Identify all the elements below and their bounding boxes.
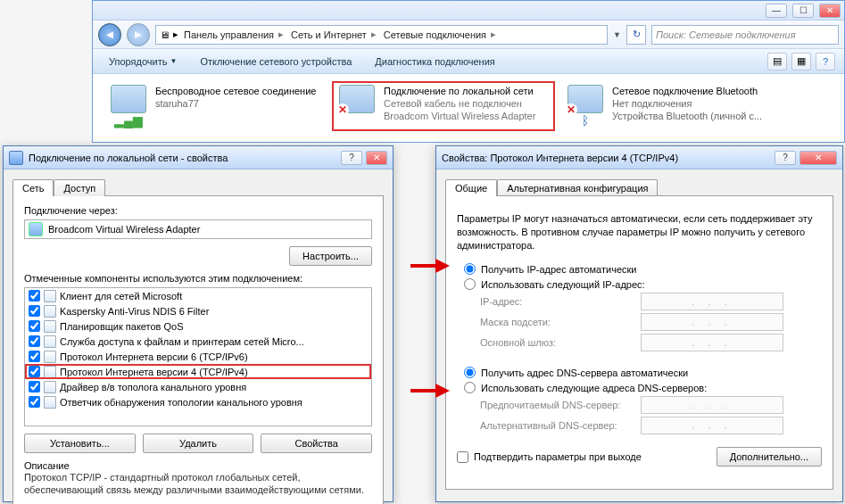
radio-manual-ip-input[interactable] (464, 278, 476, 290)
info-text: Параметры IP могут назначаться автоматич… (457, 212, 822, 252)
proto-icon (44, 366, 56, 378)
refresh-button[interactable]: ↻ (626, 25, 646, 45)
list-item[interactable]: Служба доступа к файлам и принтерам сете… (25, 334, 371, 349)
disconnected-icon: ✕ (336, 103, 349, 116)
install-button[interactable]: Установить... (24, 434, 136, 453)
diagnose-connection[interactable]: Диагностика подключения (368, 54, 501, 69)
radio-auto-ip-input[interactable] (464, 263, 476, 275)
mask-input[interactable]: . . . (641, 313, 783, 331)
tab-general[interactable]: Общие (445, 179, 497, 196)
dialog-titlebar: Свойства: Протокол Интернета версии 4 (T… (436, 146, 842, 169)
proto-icon (44, 351, 56, 363)
tab-network[interactable]: Сеть (12, 179, 54, 196)
item-checkbox[interactable] (29, 320, 40, 332)
help-button[interactable]: ? (341, 151, 362, 165)
tab-panel-network: Подключение через: Broadcom Virtual Wire… (12, 195, 384, 504)
components-list[interactable]: Клиент для сетей Microsoft Kaspersky Ant… (24, 287, 372, 426)
radio-manual-dns[interactable]: Использовать следующие адреса DNS-сервер… (464, 382, 822, 393)
connection-wireless[interactable]: ▂▄▆ Беспроводное сетевое соединение star… (104, 81, 327, 131)
view-icon[interactable]: ▤ (767, 53, 787, 70)
conn-dev: Устройства Bluetooth (личной с... (612, 110, 780, 122)
svg-marker-1 (435, 259, 450, 273)
list-item[interactable]: Kaspersky Anti-Virus NDIS 6 Filter (25, 303, 371, 318)
advanced-button[interactable]: Дополнительно... (717, 447, 822, 467)
help-icon[interactable]: ? (816, 53, 835, 70)
conn-sub: staruha77 (155, 97, 323, 110)
maximize-button[interactable]: ☐ (792, 4, 814, 18)
pref-dns-input[interactable]: . . . (641, 396, 783, 414)
radio-manual-dns-input[interactable] (464, 382, 476, 393)
tab-alternate[interactable]: Альтернативная конфигурация (497, 179, 658, 196)
crumb-2[interactable]: Сетевые подключения▸ (382, 29, 498, 40)
annotation-arrow-icon (410, 259, 450, 273)
service-icon (44, 335, 56, 348)
tab-sharing[interactable]: Доступ (54, 179, 105, 196)
item-checkbox[interactable] (29, 396, 40, 408)
view2-icon[interactable]: ▦ (791, 53, 811, 70)
item-checkbox[interactable] (29, 381, 40, 392)
validate-checkbox[interactable] (457, 451, 468, 463)
description-text: Протокол TCP/IP - стандартный протокол г… (24, 471, 372, 496)
row-alt-dns: Альтернативный DNS-сервер:. . . (480, 417, 822, 434)
qos-icon (44, 320, 56, 333)
explorer-window: — ☐ ✕ ◄ ► 🖥 ▸ Панель управления▸ Сеть и … (92, 0, 845, 143)
connection-lan[interactable]: ✕ Подключение по локальной сети Сетевой … (332, 81, 555, 131)
radio-auto-ip[interactable]: Получить IP-адрес автоматически (464, 263, 822, 275)
item-checkbox[interactable] (29, 351, 40, 362)
list-item-ipv4[interactable]: Протокол Интернета версии 4 (TCP/IPv4) (25, 364, 371, 379)
filter-icon (44, 305, 56, 318)
item-checkbox[interactable] (29, 366, 40, 377)
organize-menu[interactable]: Упорядочить▼ (102, 54, 184, 69)
wireless-icon (111, 85, 146, 113)
close-button[interactable]: ✕ (799, 151, 837, 165)
dialog-title: Подключение по локальной сети - свойства (29, 153, 228, 163)
item-checkbox[interactable] (29, 305, 40, 317)
dialog-icon (9, 151, 23, 165)
close-button[interactable]: ✕ (366, 151, 387, 165)
list-item[interactable]: Драйвер в/в тополога канального уровня (25, 379, 371, 394)
uninstall-button[interactable]: Удалить (143, 434, 254, 453)
crumb-1[interactable]: Сеть и Интернет▸ (289, 29, 378, 40)
configure-button[interactable]: Настроить... (289, 246, 372, 266)
ip-input[interactable]: . . . (641, 293, 783, 310)
item-checkbox[interactable] (29, 290, 40, 302)
lan-icon: ✕ (339, 85, 375, 113)
bt-icon: ✕ (567, 85, 603, 113)
list-item[interactable]: Ответчик обнаружения топологии канальног… (25, 394, 371, 409)
adapter-field: Broadcom Virtual Wireless Adapter (24, 219, 372, 239)
list-item[interactable]: Клиент для сетей Microsoft (25, 288, 371, 303)
breadcrumb[interactable]: 🖥 ▸ Панель управления▸ Сеть и Интернет▸ … (155, 25, 608, 45)
back-button[interactable]: ◄ (98, 23, 121, 46)
forward-button[interactable]: ► (127, 23, 150, 46)
gateway-input[interactable]: . . . (641, 334, 783, 351)
dialog-title: Свойства: Протокол Интернета версии 4 (T… (442, 153, 678, 163)
lan-properties-dialog: Подключение по локальной сети - свойства… (3, 145, 394, 502)
command-bar: Упорядочить▼ Отключение сетевого устройс… (93, 49, 844, 74)
item-checkbox[interactable] (29, 335, 40, 347)
disable-device[interactable]: Отключение сетевого устройства (193, 54, 359, 69)
conn-dev: Broadcom Virtual Wireless Adapter (384, 110, 551, 122)
radio-auto-dns-input[interactable] (464, 367, 476, 378)
connect-using-label: Подключение через: (24, 205, 372, 216)
close-button[interactable]: ✕ (819, 4, 841, 18)
conn-title: Беспроводное сетевое соединение (155, 85, 323, 97)
alt-dns-input[interactable]: . . . (641, 417, 783, 434)
svg-marker-3 (435, 384, 450, 398)
list-item[interactable]: Планировщик пакетов QoS (25, 318, 371, 334)
minimize-button[interactable]: — (766, 4, 787, 18)
crumb-0[interactable]: Панель управления▸ (182, 29, 286, 40)
connection-bluetooth[interactable]: ✕ᛒ Сетевое подключение Bluetooth Нет под… (560, 81, 783, 131)
responder-icon (44, 396, 56, 409)
conn-title: Сетевое подключение Bluetooth (612, 85, 780, 97)
adapter-icon (29, 222, 43, 236)
control-panel-icon: 🖥 (160, 29, 170, 40)
radio-manual-ip[interactable]: Использовать следующий IP-адрес: (464, 278, 822, 290)
row-gw: Основной шлюз:. . . (480, 334, 822, 351)
search-input[interactable]: Поиск: Сетевые подключения (651, 25, 839, 45)
properties-button[interactable]: Свойства (261, 434, 372, 453)
list-item[interactable]: Протокол Интернета версии 6 (TCP/IPv6) (25, 349, 371, 364)
radio-auto-dns[interactable]: Получить адрес DNS-сервера автоматически (464, 367, 822, 378)
help-button[interactable]: ? (775, 151, 796, 165)
row-ip: IP-адрес:. . . (480, 293, 822, 310)
client-icon (44, 290, 56, 302)
